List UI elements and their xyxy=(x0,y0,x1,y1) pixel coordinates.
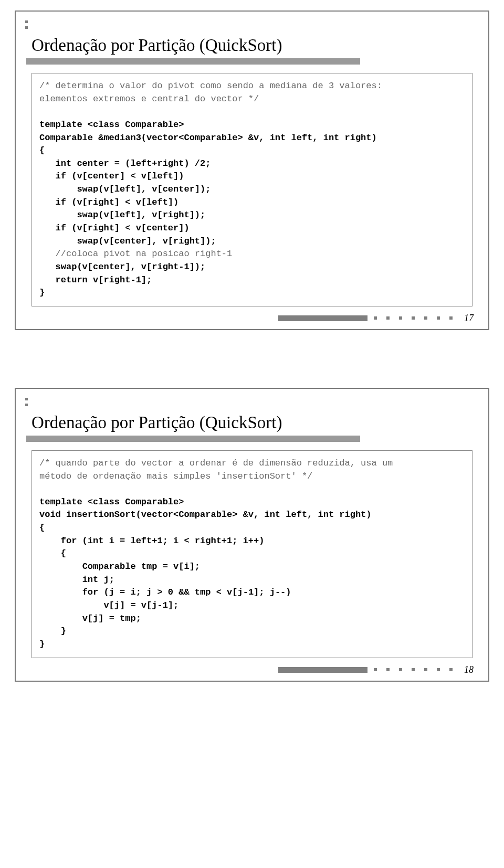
code-line: if (v[right] < v[left]) xyxy=(39,197,178,207)
footer-dot xyxy=(386,668,390,671)
footer-dot xyxy=(424,668,427,671)
code-line: template <class Comparable> xyxy=(39,497,184,507)
code-line: void insertionSort(vector<Comparable> &v… xyxy=(39,510,372,520)
code-comment: //coloca pivot na posicao right-1 xyxy=(39,249,232,259)
code-line: } xyxy=(39,288,45,298)
code-line: { xyxy=(39,548,66,558)
footer-dot xyxy=(412,668,415,671)
code-line: swap(v[left], v[center]); xyxy=(39,184,211,194)
slide-gap xyxy=(0,341,504,377)
code-line: Comparable tmp = v[i]; xyxy=(39,562,200,571)
slide-2: Ordenação por Partição (QuickSort) /* qu… xyxy=(15,388,489,682)
code-line: Comparable &median3(vector<Comparable> &… xyxy=(39,133,377,143)
footer-dot xyxy=(424,316,427,320)
footer-dot xyxy=(386,316,390,320)
code-line: { xyxy=(39,523,45,533)
footer-dot xyxy=(374,316,377,320)
footer-bar xyxy=(278,667,368,673)
code-line: for (int i = left+1; i < right+1; i++) xyxy=(39,536,264,546)
code-line: for (j = i; j > 0 && tmp < v[j-1]; j--) xyxy=(39,587,291,597)
footer-dot xyxy=(437,668,440,671)
slide-title: Ordenação por Partição (QuickSort) xyxy=(32,36,355,55)
code-line: { xyxy=(39,145,45,155)
code-block-median3: /* determina o valor do pivot como sendo… xyxy=(32,73,472,306)
slide-footer: 17 xyxy=(26,311,478,324)
code-comment: /* determina o valor do pivot como sendo… xyxy=(39,81,382,104)
footer-dot xyxy=(437,316,440,320)
page-number: 18 xyxy=(464,664,474,675)
code-line: } xyxy=(39,639,45,649)
footer-dot xyxy=(399,668,402,671)
decorative-dots xyxy=(25,396,478,408)
decorative-dots xyxy=(25,19,478,30)
slide-title: Ordenação por Partição (QuickSort) xyxy=(32,413,355,432)
code-line: return v[right-1]; xyxy=(39,275,152,285)
code-line: swap(v[center], v[right]); xyxy=(39,236,216,246)
code-line: } xyxy=(39,626,66,636)
footer-dot xyxy=(412,316,415,320)
code-line: v[j] = v[j-1]; xyxy=(39,600,178,610)
slide-heading-box: Ordenação por Partição (QuickSort) xyxy=(26,33,360,65)
code-line: int j; xyxy=(39,575,114,585)
code-line: if (v[center] < v[left]) xyxy=(39,171,184,181)
code-line: swap(v[left], v[right]); xyxy=(39,210,205,220)
code-line: int center = (left+right) /2; xyxy=(39,158,211,168)
page-number: 17 xyxy=(464,313,474,324)
slide-1: Ordenação por Partição (QuickSort) /* de… xyxy=(15,10,489,330)
code-line: v[j] = tmp; xyxy=(39,613,141,623)
code-line: swap(v[center], v[right-1]); xyxy=(39,262,205,272)
code-block-insertionsort: /* quando parte do vector a ordenar é de… xyxy=(32,450,472,658)
footer-bar xyxy=(278,315,368,321)
code-line: template <class Comparable> xyxy=(39,120,184,130)
code-comment: /* quando parte do vector a ordenar é de… xyxy=(39,458,393,481)
footer-dot xyxy=(374,668,377,671)
footer-dot xyxy=(449,668,453,671)
footer-dot xyxy=(399,316,402,320)
code-line: if (v[right] < v[center]) xyxy=(39,223,190,233)
slide-heading-box: Ordenação por Partição (QuickSort) xyxy=(26,410,360,442)
slide-footer: 18 xyxy=(26,662,478,675)
footer-dot xyxy=(449,316,453,320)
